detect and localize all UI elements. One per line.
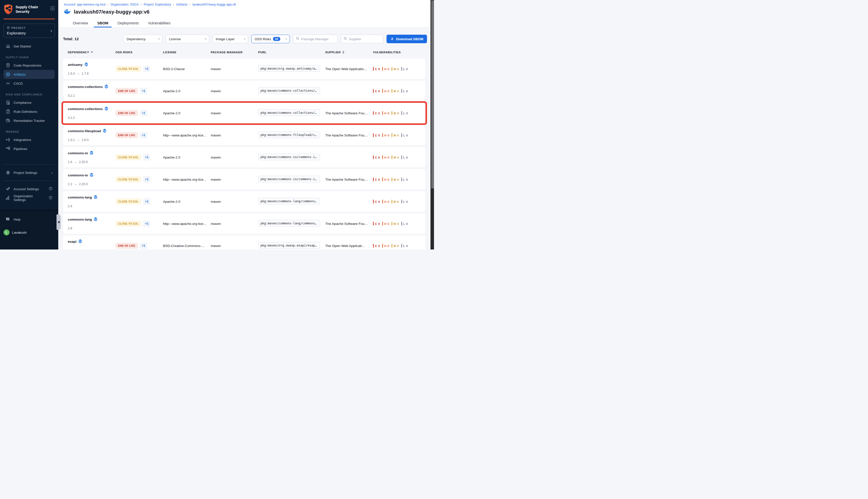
- project-name: Exploratory: [7, 31, 51, 35]
- tab-sbom[interactable]: SBOM: [97, 19, 109, 27]
- dependency-filter-select[interactable]: Dependency ˅: [123, 35, 162, 43]
- package-manager-cell: maven: [211, 156, 221, 159]
- oss-risks-cell: CLOSE TO EOL +1: [115, 65, 150, 72]
- low-count: L 0: [401, 67, 408, 71]
- critical-count: C 0: [373, 244, 380, 248]
- sidebar-item-account-settings[interactable]: Account Settings: [3, 184, 55, 194]
- sidebar-item-remediation-tracker[interactable]: Remediation Tracker: [3, 116, 55, 125]
- user-menu[interactable]: L Lavakush: [3, 229, 55, 235]
- package-manager-search-input[interactable]: [301, 37, 335, 41]
- table-row[interactable]: commons-collections 3.2.1 → END OF LIFE …: [63, 81, 425, 101]
- toolbar: Total: 12 Dependency ˅ License ˅ Image L…: [63, 35, 434, 43]
- purl-cell: pkg:maven/commons-lang/commons-l…: [258, 198, 320, 205]
- dependency-cell: esapi →: [68, 235, 114, 250]
- tab-overview[interactable]: Overview: [72, 19, 88, 27]
- oss-risks-cell: CLOSE TO EOL +1: [115, 154, 150, 160]
- purl-value: pkg:maven/commons-collections/co…: [258, 87, 320, 94]
- purl-value: pkg:maven/org.owasp.esapi/esapi@…: [258, 242, 320, 249]
- purl-cell: pkg:maven/commons-collections/co…: [258, 110, 320, 117]
- module-grid-icon[interactable]: [50, 6, 55, 12]
- low-count: L 0: [401, 156, 408, 159]
- purl-cell: pkg:maven/commons-lang/commons-l…: [258, 220, 320, 227]
- more-risks-chip[interactable]: +1: [143, 65, 151, 72]
- risk-badge: END OF LIFE: [115, 132, 138, 138]
- sidebar-bottom-panel: ? Help L Lavakush: [0, 210, 58, 250]
- column-header-dependency[interactable]: DEPENDENCY: [68, 51, 93, 54]
- docker-icon: [64, 9, 71, 15]
- info-icon[interactable]: [49, 196, 52, 200]
- sidebar-item-code-repositories[interactable]: Code Repositories: [3, 61, 55, 70]
- sidebar-item-pipelines[interactable]: Pipelines: [3, 144, 55, 153]
- column-header-supplier[interactable]: SUPPLIER: [325, 51, 344, 54]
- image-layer-filter-select[interactable]: Image Layer ˅: [212, 35, 248, 43]
- critical-count: C 0: [373, 133, 380, 137]
- sidebar-item-artifacts[interactable]: Artifacts: [3, 70, 55, 79]
- tab-vulnerabilities[interactable]: Vulnerabilities: [148, 19, 171, 27]
- more-risks-chip[interactable]: +1: [140, 88, 147, 94]
- vulnerabilities-cell: C 0 H 0 M 0 L 0: [373, 156, 408, 159]
- more-risks-chip[interactable]: +1: [143, 198, 151, 205]
- more-risks-chip[interactable]: +1: [140, 242, 147, 249]
- more-risks-chip[interactable]: +1: [140, 132, 147, 138]
- tab-bar: Overview SBOM Deployments Vulnerabilitie…: [64, 19, 171, 27]
- vulnerabilities-cell: C 0 H 0 M 0 L 0: [373, 200, 408, 204]
- sidebar-item-integrations[interactable]: Integrations: [3, 135, 55, 144]
- table-row[interactable]: antisamy 1.5.3 → 1.7.8 CLOSE TO EOL +1 B…: [63, 59, 425, 79]
- purl-cell: pkg:maven/org.owasp.esapi/esapi@…: [258, 242, 320, 250]
- risk-badge: END OF LIFE: [115, 88, 138, 94]
- column-header-vulnerabilities: VULNERABILITIES: [373, 51, 400, 54]
- package-manager-search: [293, 35, 337, 43]
- oss-risks-cell: END OF LIFE +1: [115, 132, 147, 138]
- table-row[interactable]: esapi → END OF LIFE +1 BSD-Creative-Comm…: [63, 235, 425, 250]
- version-range: 3.2.1 →: [68, 94, 77, 97]
- more-risks-chip[interactable]: +1: [143, 154, 151, 160]
- breadcrumb-project[interactable]: Project: Exploratory: [144, 3, 171, 6]
- download-sbom-button[interactable]: Download SBOM: [386, 35, 427, 43]
- scrollbar-thumb[interactable]: [431, 0, 434, 188]
- table-row[interactable]: commons-lang 2.4 → CLOSE TO EOL +1 Apach…: [63, 191, 425, 212]
- purl-value: pkg:maven/commons-io/commons-io@…: [258, 176, 320, 182]
- sidebar-item-help[interactable]: ? Help: [3, 215, 55, 224]
- breadcrumb-account[interactable]: Account: app-harness-ng-cicd: [64, 3, 106, 6]
- page-scrollbar[interactable]: [431, 0, 434, 250]
- low-count: L 0: [401, 222, 408, 226]
- sidebar-collapse-handle[interactable]: [57, 214, 61, 230]
- purl-cell: pkg:maven/commons-io/commons-io@…: [258, 176, 320, 183]
- table-row[interactable]: commons-lang 2.6 → CLOSE TO EOL +1 http-…: [63, 213, 425, 234]
- sidebar-item-organization-settings[interactable]: Organization Settings: [3, 194, 55, 203]
- sidebar-item-compliance[interactable]: Compliance: [3, 98, 55, 107]
- brand-divider: [3, 19, 55, 19]
- organization-icon: [6, 196, 10, 200]
- info-icon[interactable]: [49, 187, 52, 191]
- sidebar-item-rule-definitions[interactable]: Rule Definitions: [3, 107, 55, 116]
- table-row[interactable]: commons-fileupload 1.3.1 → 1.6.0 END OF …: [63, 125, 425, 145]
- project-selector[interactable]: PROJECT Exploratory ›: [3, 24, 55, 38]
- medium-count: M 0: [392, 200, 399, 204]
- layers-icon: [104, 107, 108, 111]
- more-risks-chip[interactable]: +1: [140, 110, 147, 116]
- account-layers-icon: [6, 187, 10, 191]
- risk-badge: CLOSE TO EOL: [115, 221, 141, 227]
- vulnerabilities-cell: C 0 H 0 M 0 L 0: [373, 244, 408, 248]
- sidebar-item-get-started[interactable]: Get Started: [3, 42, 55, 51]
- breadcrumb-organization[interactable]: Organization: SSCA: [111, 3, 139, 6]
- dependency-cell: commons-io 1.4 → 2.20.0: [68, 147, 114, 168]
- tab-deployments[interactable]: Deployments: [117, 19, 139, 27]
- breadcrumb-artifact[interactable]: lavakush07/easy-buggy-app:v6: [193, 3, 236, 6]
- medium-count: M 0: [392, 156, 399, 159]
- table-row[interactable]: commons-collections 3.2.2 → END OF LIFE …: [63, 103, 425, 123]
- oss-risks-filter-select[interactable]: OSS Risks 02 ˅: [251, 35, 290, 43]
- package-manager-cell: maven: [211, 67, 221, 71]
- sidebar-item-cicd[interactable]: CI/CD: [3, 79, 55, 88]
- more-risks-chip[interactable]: +1: [143, 176, 151, 183]
- supplier-search-input[interactable]: [349, 37, 381, 41]
- sidebar-item-project-settings[interactable]: Project Settings ›: [3, 168, 55, 177]
- main-area: Account: app-harness-ng-cicd› Organizati…: [58, 0, 434, 250]
- table-row[interactable]: commons-io 2.2 → 2.20.0 CLOSE TO EOL +1 …: [63, 169, 425, 190]
- license-filter-select[interactable]: License ˅: [166, 35, 209, 43]
- table-row[interactable]: commons-io 1.4 → 2.20.0 CLOSE TO EOL +1 …: [63, 147, 425, 168]
- more-risks-chip[interactable]: +1: [143, 220, 151, 227]
- clipboard-check-icon: [6, 109, 10, 114]
- breadcrumb-artifacts[interactable]: Artifacts: [176, 3, 187, 6]
- oss-risks-cell: CLOSE TO EOL +1: [115, 198, 150, 205]
